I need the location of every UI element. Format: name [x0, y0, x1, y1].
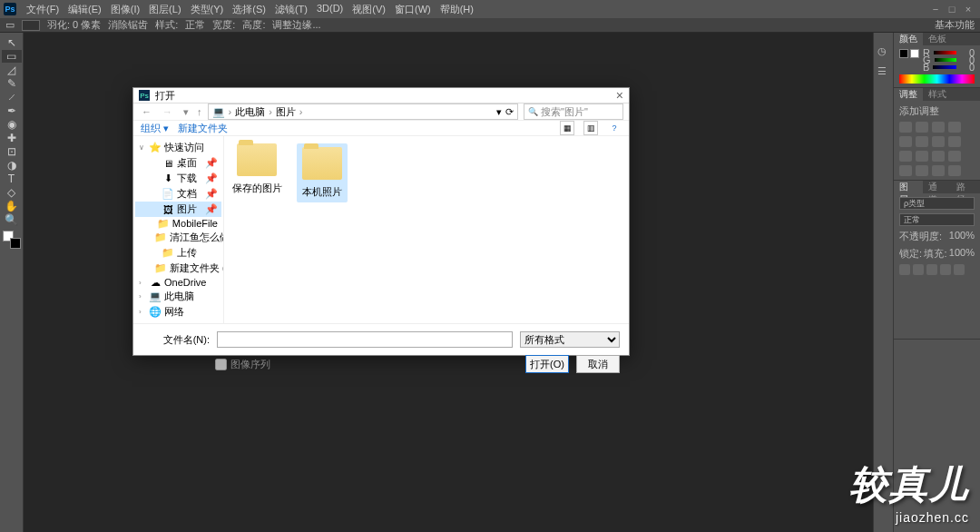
dialog-toolbar: 组织 ▾ 新建文件夹 ▦ ▥ ? [133, 121, 629, 136]
folder-icon [302, 147, 342, 180]
view-mode-button[interactable]: ▦ [560, 121, 574, 135]
search-input[interactable]: 搜索"图片" [524, 103, 623, 120]
filetype-select[interactable]: 所有格式 [520, 331, 620, 348]
tree-item[interactable]: ⬇下载📌 [135, 171, 221, 186]
tool-button[interactable]: ◇ [2, 186, 22, 199]
tree-item[interactable]: ›☁OneDrive [135, 276, 221, 289]
blend-mode[interactable]: 正常 [899, 213, 975, 226]
tool-button[interactable]: ◉ [2, 118, 22, 131]
tool-button[interactable]: T [2, 172, 22, 185]
antialias-label: 消除锯齿 [108, 18, 148, 32]
menu-item[interactable]: 滤镜(T) [270, 3, 312, 16]
tool-button[interactable]: ✎ [2, 77, 22, 90]
tab-layers[interactable]: 图层 [894, 181, 923, 193]
folder-item[interactable]: 保存的图片 [231, 143, 282, 195]
tree-item[interactable]: 📁清江鱼怎么做好吃 [135, 230, 221, 245]
tool-button[interactable]: 🔍 [2, 213, 22, 226]
menu-item[interactable]: 编辑(E) [64, 3, 106, 16]
close-button[interactable]: × [962, 4, 975, 15]
tree-item[interactable]: 📁上传 [135, 245, 221, 261]
new-folder-button[interactable]: 新建文件夹 [178, 122, 228, 135]
tree-item[interactable]: 🖥桌面📌 [135, 155, 221, 171]
tool-button[interactable]: ◿ [2, 64, 22, 76]
title-bar: Ps 文件(F)编辑(E)图像(I)图层(L)类型(Y)选择(S)滤镜(T)3D… [0, 0, 980, 18]
add-adjustment-label: 添加调整 [899, 104, 975, 118]
forward-button[interactable]: → [160, 106, 175, 117]
folder-tree: ∨⭐快速访问🖥桌面📌⬇下载📌📄文档📌🖼图片📌📁MobileFile📁清江鱼怎么做… [133, 136, 224, 323]
tab-styles[interactable]: 样式 [923, 88, 952, 101]
tree-item[interactable]: ∨⭐快速访问 [135, 140, 221, 155]
tree-item[interactable]: 📁MobileFile [135, 217, 221, 230]
tab-color[interactable]: 颜色 [894, 33, 923, 45]
cancel-button[interactable]: 取消 [576, 355, 620, 373]
tree-item[interactable]: ›💻此电脑 [135, 289, 221, 304]
tree-item[interactable]: ›🌐网络 [135, 304, 221, 320]
history-icon[interactable]: ◷ [877, 45, 890, 58]
dialog-close-button[interactable]: × [616, 88, 623, 103]
tab-adjustments[interactable]: 调整 [894, 88, 923, 101]
color-panel: 颜色色板 R0 G0 B0 [894, 33, 980, 88]
height-label: 高度: [242, 18, 265, 32]
image-sequence-checkbox[interactable]: 图像序列 [215, 358, 270, 371]
folder-item[interactable]: 本机照片 [297, 143, 348, 202]
tool-button[interactable]: ▭ [2, 50, 22, 63]
tool-button[interactable]: ✒ [2, 104, 22, 117]
tree-item[interactable]: 📁新建文件夹 (3) [135, 261, 221, 276]
tool-button[interactable]: ◑ [2, 159, 22, 172]
breadcrumb-seg[interactable]: 图片 [276, 105, 296, 119]
folder-icon [237, 143, 277, 176]
menu-item[interactable]: 文件(F) [22, 3, 64, 16]
color-swatches[interactable] [3, 231, 21, 249]
style-label: 样式: [155, 18, 178, 32]
open-dialog: Ps 打开 × ← → ▾ ↑ 💻 › 此电脑 › 图片 › ▾ ⟳ [132, 87, 630, 356]
organize-menu[interactable]: 组织 ▾ [141, 122, 169, 135]
breadcrumb[interactable]: 💻 › 此电脑 › 图片 › ▾ ⟳ [208, 103, 519, 120]
preview-pane-button[interactable]: ▥ [583, 121, 598, 135]
refresh-icon[interactable]: ⟳ [505, 106, 514, 118]
maximize-button[interactable]: □ [946, 4, 958, 15]
tool-button[interactable]: ⊡ [2, 145, 22, 158]
menu-item[interactable]: 图层(L) [144, 3, 185, 16]
open-button[interactable]: 打开(O) [525, 355, 569, 373]
filename-label: 文件名(N): [142, 333, 210, 347]
breadcrumb-seg[interactable]: 此电脑 [235, 105, 265, 119]
layers-panel: 图层通道路径 ρ类型 正常 不透明度:100% 锁定:填充:100% [894, 181, 980, 340]
menu-item[interactable]: 3D(D) [312, 3, 348, 16]
tab-swatches[interactable]: 色板 [923, 33, 952, 45]
selection-mode-icon[interactable] [22, 20, 40, 31]
menu-item[interactable]: 类型(Y) [186, 3, 229, 16]
workspace-switcher[interactable]: 基本功能 [935, 18, 975, 32]
tab-paths[interactable]: 路径 [951, 181, 980, 193]
refine-edge-button[interactable]: 调整边缘... [272, 18, 320, 32]
menu-item[interactable]: 视图(V) [348, 3, 390, 16]
back-button[interactable]: ← [139, 106, 154, 117]
filter-type[interactable]: ρ类型 [899, 197, 975, 210]
tree-item[interactable]: 🖼图片📌 [135, 202, 221, 217]
file-list[interactable]: 保存的图片本机照片 [224, 136, 629, 323]
menu-item[interactable]: 选择(S) [228, 3, 270, 16]
tab-channels[interactable]: 通道 [923, 181, 952, 193]
options-bar: ▭ 羽化: 0 像素 消除锯齿 样式: 正常 宽度: 高度: 调整边缘... 基… [0, 18, 980, 33]
pc-icon: 💻 [212, 106, 225, 118]
menu-item[interactable]: 图像(I) [106, 3, 144, 16]
help-button[interactable]: ? [607, 121, 622, 135]
tool-button[interactable]: ✋ [2, 200, 22, 212]
filename-input[interactable] [217, 331, 513, 348]
recent-dropdown[interactable]: ▾ [181, 106, 191, 118]
color-ramp[interactable] [899, 74, 975, 84]
properties-icon[interactable]: ☰ [877, 65, 890, 78]
tree-item[interactable]: 📄文档📌 [135, 186, 221, 202]
tool-button[interactable]: ⟋ [2, 91, 22, 103]
dialog-nav: ← → ▾ ↑ 💻 › 此电脑 › 图片 › ▾ ⟳ 搜索"图片" [133, 103, 629, 121]
minimize-button[interactable]: − [929, 4, 942, 15]
dialog-title: 打开 [155, 89, 175, 103]
menu-item[interactable]: 窗口(W) [390, 3, 436, 16]
menu-item[interactable]: 帮助(H) [436, 3, 478, 16]
path-dropdown-icon[interactable]: ▾ [496, 106, 502, 118]
up-button[interactable]: ↑ [197, 106, 202, 117]
style-value[interactable]: 正常 [185, 18, 205, 32]
tool-palette: ↖▭◿✎⟋✒◉✚⊡◑T◇✋🔍 [0, 33, 24, 532]
tool-button[interactable]: ↖ [2, 36, 22, 49]
tool-button[interactable]: ✚ [2, 132, 22, 144]
ps-icon: Ps [139, 90, 150, 101]
